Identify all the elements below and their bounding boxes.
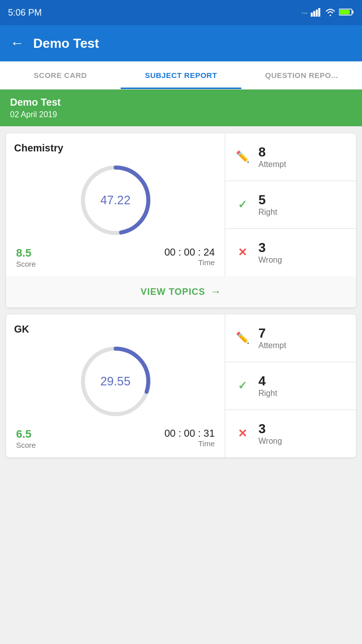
svg-rect-0 (311, 13, 313, 17)
chemistry-right-info: 5 Right (258, 193, 277, 217)
gk-wrong-label: Wrong (258, 437, 282, 446)
gk-subject-name: GK (14, 324, 217, 335)
chemistry-card: Chemistry 47.22 8.5 Score 00 : 00 : 24 (6, 133, 356, 307)
chemistry-attempt-row: ✏️ 8 Attempt (225, 133, 356, 181)
gk-attempt-label: Attempt (258, 341, 286, 350)
gk-score-text: 29.55 (100, 374, 130, 388)
gk-circle-container: 29.55 (14, 341, 217, 422)
tab-subject-report[interactable]: SUBJECT REPORT (121, 61, 241, 89)
chemistry-wrong-num: 3 (258, 240, 282, 255)
chemistry-wrong-label: Wrong (258, 256, 282, 265)
tabs-bar: SCORE CARD SUBJECT REPORT QUESTION REPO.… (0, 61, 362, 90)
signal-dots-icon: ··· (302, 9, 308, 17)
gk-wrong-row: ✕ 3 Wrong (225, 410, 356, 457)
cross-icon: ✕ (233, 244, 251, 262)
chemistry-circle-container: 47.22 (14, 160, 217, 240)
gk-score-label: Score (16, 441, 36, 449)
gk-time-val: 00 : 00 : 31 (164, 428, 215, 439)
info-bar-title: Demo Test (10, 97, 352, 108)
gk-bottom-row: 6.5 Score 00 : 00 : 31 Time (14, 428, 217, 449)
gk-card-left: GK 29.55 6.5 Score 00 : 00 : 31 Time (6, 314, 225, 457)
svg-rect-2 (316, 10, 318, 17)
chemistry-card-right: ✏️ 8 Attempt ✓ 5 Right ✕ 3 Wrong (225, 133, 356, 276)
view-topics-label: VIEW TOPICS (141, 287, 206, 297)
gk-right-label: Right (258, 389, 277, 398)
status-icons: ··· (302, 8, 354, 18)
chemistry-time-val: 00 : 00 : 24 (164, 247, 215, 258)
info-bar-date: 02 April 2019 (10, 110, 352, 119)
chemistry-right-label: Right (258, 208, 277, 217)
gk-right-info: 4 Right (258, 374, 277, 398)
tab-question-report[interactable]: QUESTION REPO... (241, 61, 362, 89)
chemistry-circle: 47.22 (75, 160, 156, 240)
chemistry-attempt-num: 8 (258, 145, 286, 159)
gk-time-label: Time (164, 439, 215, 448)
gk-right-row: ✓ 4 Right (225, 362, 356, 410)
chemistry-wrong-row: ✕ 3 Wrong (225, 229, 356, 276)
chemistry-subject-name: Chemistry (14, 142, 217, 154)
gk-wrong-info: 3 Wrong (258, 422, 282, 446)
svg-rect-3 (318, 8, 320, 17)
chemistry-card-left: Chemistry 47.22 8.5 Score 00 : 00 : 24 (6, 133, 225, 276)
chemistry-right-row: ✓ 5 Right (225, 181, 356, 229)
svg-rect-1 (313, 11, 315, 17)
gk-circle: 29.55 (75, 341, 156, 422)
chemistry-score-label: Score (16, 260, 36, 268)
chemistry-time-label: Time (164, 258, 215, 267)
chemistry-score-text: 47.22 (100, 193, 130, 207)
gk-wrong-num: 3 (258, 422, 282, 436)
check-icon: ✓ (233, 196, 251, 214)
battery-icon (339, 8, 354, 18)
svg-rect-6 (340, 10, 350, 14)
chemistry-score-val: 8.5 (16, 247, 36, 260)
header-title: Demo Test (33, 36, 99, 51)
gk-attempt-row: ✏️ 7 Attempt (225, 314, 356, 362)
gk-pencil-icon: ✏️ (233, 329, 251, 347)
wifi-icon (325, 8, 336, 18)
header: ← Demo Test (0, 25, 362, 61)
back-button[interactable]: ← (10, 35, 24, 51)
chemistry-right-num: 5 (258, 193, 277, 207)
gk-card: GK 29.55 6.5 Score 00 : 00 : 31 Time (6, 314, 356, 457)
chemistry-attempt-label: Attempt (258, 160, 286, 169)
arrow-right-icon: → (210, 285, 221, 298)
gk-time-block: 00 : 00 : 31 Time (164, 428, 215, 449)
gk-score-block: 6.5 Score (16, 428, 36, 449)
gk-check-icon: ✓ (233, 377, 251, 395)
chemistry-bottom-row: 8.5 Score 00 : 00 : 24 Time (14, 247, 217, 268)
gk-right-num: 4 (258, 374, 277, 388)
svg-rect-5 (352, 11, 353, 14)
status-bar: 5:06 PM ··· (0, 0, 362, 25)
gk-cross-icon: ✕ (233, 425, 251, 443)
gk-attempt-info: 7 Attempt (258, 326, 286, 351)
gk-score-val: 6.5 (16, 428, 36, 441)
gk-card-right: ✏️ 7 Attempt ✓ 4 Right ✕ 3 Wrong (225, 314, 356, 457)
signal-bars-icon (311, 8, 322, 18)
gk-attempt-num: 7 (258, 326, 286, 341)
chemistry-time-block: 00 : 00 : 24 Time (164, 247, 215, 268)
status-time: 5:06 PM (8, 8, 42, 18)
chemistry-wrong-info: 3 Wrong (258, 240, 282, 265)
chemistry-attempt-info: 8 Attempt (258, 145, 286, 170)
info-bar: Demo Test 02 April 2019 (0, 90, 362, 126)
pencil-icon: ✏️ (233, 148, 251, 166)
chemistry-score-block: 8.5 Score (16, 247, 36, 268)
chemistry-view-topics[interactable]: VIEW TOPICS → (6, 276, 356, 307)
tab-score-card[interactable]: SCORE CARD (0, 61, 121, 89)
